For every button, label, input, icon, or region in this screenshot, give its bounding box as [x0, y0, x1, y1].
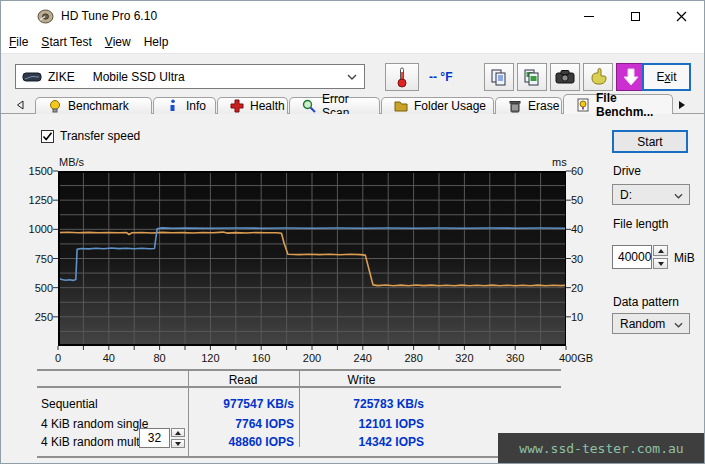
- menu-start-test[interactable]: Start Test: [41, 32, 100, 52]
- device-model: Mobile SSD Ultra: [93, 70, 185, 84]
- random-multi-write-value: 14342 IOPS: [304, 435, 424, 449]
- right-axis-tick: 30: [571, 253, 607, 265]
- chevron-down-icon: [347, 74, 357, 80]
- download-arrow-icon: [623, 68, 639, 86]
- write-column-header: Write: [304, 373, 419, 387]
- data-pattern-label: Data pattern: [613, 295, 679, 309]
- start-button[interactable]: Start: [612, 130, 688, 153]
- tab-label: Info: [186, 99, 206, 113]
- file-length-input[interactable]: 40000: [612, 245, 652, 269]
- tab-strip: Benchmark Info Health Error Scan Folder …: [1, 93, 704, 114]
- pointing-hand-icon: [589, 68, 607, 86]
- exit-button[interactable]: Exit: [642, 63, 691, 91]
- copy-image-button[interactable]: [517, 63, 547, 91]
- app-window: HD Tune Pro 6.10 File Start Test View He…: [0, 0, 705, 464]
- close-icon: [676, 11, 687, 22]
- table-bottom-rule: [37, 456, 561, 458]
- drive-select[interactable]: D:: [612, 184, 690, 205]
- transfer-speed-checkbox[interactable]: [41, 130, 54, 143]
- minimize-icon: [584, 16, 594, 17]
- temperature-readout: -- °F: [429, 70, 452, 84]
- watermark-text: www.ssd-tester.com.au: [519, 441, 683, 456]
- drive-value: D:: [620, 188, 632, 202]
- file-length-label: File length: [613, 217, 668, 231]
- table-header-rule: [37, 386, 561, 388]
- left-axis-tick: 1000: [17, 223, 53, 235]
- app-disk-icon: [37, 8, 54, 25]
- maximize-icon: [631, 12, 640, 21]
- transfer-speed-label: Transfer speed: [60, 129, 140, 143]
- copy-text-button[interactable]: [484, 63, 514, 91]
- tab-label: File Benchm...: [596, 91, 672, 119]
- queue-depth-down-button[interactable]: [171, 439, 185, 448]
- arrow-up-icon: [658, 249, 664, 253]
- right-axis-title: ms: [552, 156, 567, 168]
- left-axis-tick: 750: [17, 253, 53, 265]
- file-length-up-button[interactable]: [653, 245, 668, 256]
- chevron-down-icon: [674, 322, 683, 328]
- data-pattern-select[interactable]: Random: [612, 313, 690, 334]
- help-hand-button[interactable]: [583, 63, 613, 91]
- scroll-left-icon: [16, 100, 24, 110]
- right-axis-tick: 20: [571, 282, 607, 294]
- start-label: Start: [637, 135, 662, 149]
- arrow-up-icon: [175, 431, 181, 435]
- temperature-button[interactable]: [385, 63, 419, 91]
- menu-file[interactable]: File: [9, 32, 37, 52]
- right-axis-tick: 40: [571, 223, 607, 235]
- scroll-right-icon: [678, 100, 686, 110]
- window-title: HD Tune Pro 6.10: [61, 9, 157, 23]
- queue-depth-value: 32: [148, 431, 161, 445]
- maximize-button[interactable]: [612, 1, 658, 31]
- screenshot-button[interactable]: [550, 63, 580, 91]
- trash-icon: [508, 99, 522, 113]
- menu-view[interactable]: View: [105, 32, 140, 52]
- minimize-button[interactable]: [566, 1, 612, 31]
- tab-erase[interactable]: Erase: [495, 97, 562, 114]
- device-brand: ZIKE: [48, 70, 75, 84]
- tab-scroll-left-button[interactable]: [11, 98, 29, 112]
- thermometer-icon: [396, 66, 408, 88]
- tab-error-scan[interactable]: Error Scan: [289, 97, 380, 114]
- random-single-write-value: 12101 IOPS: [304, 417, 424, 431]
- queue-depth-up-button[interactable]: [171, 428, 185, 437]
- tab-scroll-right-button[interactable]: [673, 98, 691, 112]
- tab-label: Folder Usage: [414, 99, 486, 113]
- camera-icon: [555, 69, 575, 85]
- x-axis-tick: 400GB: [546, 352, 606, 364]
- check-icon: [42, 131, 53, 142]
- title-bar[interactable]: HD Tune Pro 6.10: [1, 1, 704, 31]
- file-length-stepper: [653, 245, 668, 269]
- file-length-down-button[interactable]: [653, 258, 668, 269]
- left-axis-tick: 1500: [17, 165, 53, 177]
- row-label-random-multi: 4 KiB random multi: [41, 435, 142, 449]
- left-axis-tick: 500: [17, 282, 53, 294]
- row-label-random-single: 4 KiB random single: [41, 417, 148, 431]
- x-axis-tick: 360: [485, 352, 545, 364]
- tab-health[interactable]: Health: [217, 97, 288, 114]
- arrow-down-icon: [658, 262, 664, 266]
- device-select[interactable]: ZIKE Mobile SSD Ultra: [15, 64, 365, 89]
- menu-help[interactable]: Help: [144, 32, 178, 52]
- random-multi-read-value: 48860 IOPS: [193, 435, 294, 449]
- tab-folder-usage[interactable]: Folder Usage: [381, 97, 494, 114]
- copy-image-icon: [523, 68, 541, 86]
- tab-info[interactable]: Info: [153, 97, 216, 114]
- tab-label: Health: [250, 99, 285, 113]
- tab-file-benchmark[interactable]: File Benchm...: [563, 94, 673, 114]
- left-axis-tick: 250: [17, 311, 53, 323]
- read-column-header: Read: [193, 373, 293, 387]
- queue-depth-stepper: [171, 428, 185, 448]
- health-cross-icon: [230, 99, 244, 113]
- watermark: www.ssd-tester.com.au: [498, 433, 705, 463]
- tab-label: Benchmark: [68, 99, 129, 113]
- copy-pages-icon: [490, 68, 508, 86]
- right-axis-tick: 60: [571, 165, 607, 177]
- right-axis-tick: 10: [571, 311, 607, 323]
- tab-benchmark[interactable]: Benchmark: [35, 97, 152, 114]
- sequential-read-value: 977547 KB/s: [193, 397, 294, 411]
- close-button[interactable]: [658, 1, 704, 31]
- transfer-speed-chart: [58, 171, 566, 346]
- magnifier-icon: [302, 99, 316, 113]
- queue-depth-input[interactable]: 32: [139, 428, 170, 448]
